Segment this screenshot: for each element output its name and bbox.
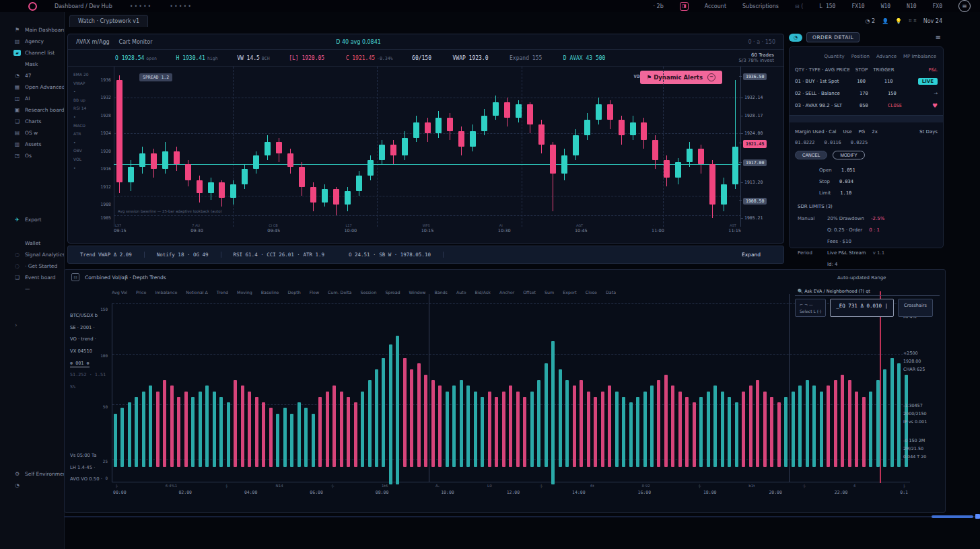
dynamic-alerts-button[interactable]: ⚑ Dynamic Alerts − [640, 71, 722, 84]
legend-item[interactable]: Export [563, 290, 577, 295]
order-tab[interactable]: Quantity [824, 54, 844, 59]
minor-tick: 6t [590, 484, 594, 488]
chart-symbol[interactable]: AVAX m/Agg [76, 39, 110, 45]
horizontal-scrollbar[interactable] [64, 516, 980, 517]
sidebar-item[interactable]: — [0, 283, 64, 295]
sidebar-item-icon: ❏ [13, 274, 21, 281]
stat-value: Expand 155 [510, 55, 542, 61]
hamburger-menu-icon[interactable]: ≡ [958, 0, 971, 12]
sidebar-item[interactable]: ◳ Os [0, 150, 64, 161]
sidebar-item[interactable]: ▣ Research board [0, 104, 64, 116]
legend-item[interactable]: Anchor [499, 290, 514, 295]
order-tab[interactable]: MP Imbalance [903, 54, 936, 59]
order-tab[interactable]: Advance [876, 54, 897, 59]
sidebar-item-label: Event board [25, 274, 56, 281]
legend-item[interactable]: Auto [456, 290, 466, 295]
collapse-icon[interactable]: − [707, 73, 715, 81]
legend-item[interactable]: Session [360, 290, 376, 295]
subscriptions-menu[interactable]: Subscriptions [742, 3, 779, 9]
time-tick-label: 02:00 [178, 490, 192, 495]
sidebar-item[interactable]: ❏ Event board [0, 272, 64, 283]
legend-item[interactable]: Trend [217, 290, 228, 295]
legend-item[interactable]: Sum [545, 290, 554, 295]
search-input[interactable]: 🔍 Ask EVA / Neighborhood (?) qt [795, 287, 940, 296]
sub-bar: Watch · Cryptowork v1 ◔ 2 👤 💡 ⌗ ⌗ Nov 24 [64, 12, 980, 30]
candlestick-plot[interactable]: SPREAD 1.2 VOL 858 ⚑ Dynamic Alerts − Av… [114, 67, 741, 227]
legend-item[interactable]: Imbalance [155, 290, 177, 295]
legend-item[interactable]: Offset [523, 290, 536, 295]
legend-item[interactable]: Moving [237, 290, 252, 295]
notifications-icon[interactable]: ◔ 2 [866, 18, 876, 24]
alerts-icon[interactable]: ◨ [680, 2, 689, 11]
legend-item[interactable]: Close [586, 290, 597, 295]
window-icon[interactable]: ⊟ ( [795, 3, 803, 9]
legend-item[interactable]: Cum. Delta [328, 290, 351, 295]
order-status-badge[interactable]: ♥ [932, 102, 938, 109]
legend-item[interactable]: Bands [434, 290, 447, 295]
volume-bar [191, 397, 195, 467]
sidebar-item[interactable]: Mask [0, 59, 64, 70]
profile-icon[interactable]: 👤 [882, 18, 888, 24]
sidebar-item[interactable]: ▤ Agency [0, 36, 64, 47]
legend-item[interactable]: Flow [310, 290, 319, 295]
order-status-badge[interactable]: LIVE [918, 78, 938, 85]
volume-bar [792, 392, 795, 468]
time-tick-label: 06:00 [310, 490, 323, 495]
eq-value-box[interactable]: _EQ 731 Δ 0.010 | [830, 299, 894, 317]
sidebar-item-label: Export [25, 217, 42, 223]
sidebar-item[interactable]: ▦ Open Advanced [0, 81, 64, 93]
sidebar-item[interactable]: ▰ Channel list [0, 47, 64, 59]
minor-tick: |ₗ [903, 484, 905, 488]
legend-item[interactable]: Spread [385, 290, 400, 295]
sidebar-item[interactable]: ◌ · Get Started [0, 260, 64, 272]
legend-item[interactable]: Notional Δ [186, 290, 208, 295]
sidebar-item[interactable]: ⚙ Self Environment [0, 468, 64, 480]
order-detail-title[interactable]: ORDER DETAIL [806, 32, 860, 42]
sidebar-item[interactable]: ▤ OS w [0, 127, 64, 139]
order-status-badge[interactable]: → [934, 91, 938, 96]
legend-item[interactable]: Baseline [261, 290, 279, 295]
volume-bar [460, 380, 463, 467]
account-menu[interactable]: Account [705, 3, 726, 9]
panel-menu-icon[interactable]: ≡ [936, 34, 941, 41]
scrollbar-thumb[interactable] [932, 515, 973, 518]
legend-item[interactable]: Price [136, 290, 146, 295]
price-tick: 1908.50 [743, 198, 767, 205]
volume-bar [481, 397, 484, 467]
ideas-icon[interactable]: 💡 [895, 18, 902, 24]
workspace-tab[interactable]: Watch · Cryptowork v1 [69, 15, 148, 27]
sidebar-item[interactable]: ▥ Assets [0, 139, 64, 150]
sidebar-item[interactable]: ✈ Export [0, 214, 64, 225]
legend-item[interactable]: Data [606, 290, 616, 295]
sidebar-item[interactable]: ◔ [0, 480, 64, 491]
sidebar-item[interactable]: ◌ Signal Analytics [0, 249, 64, 260]
sidebar-item[interactable]: ◫ AI [0, 93, 64, 104]
sidebar-item[interactable]: Wallet [0, 237, 64, 249]
grid-icon[interactable]: ⌗ ⌗ [909, 17, 917, 24]
legend-item[interactable]: Window [409, 290, 426, 295]
sidebar-collapse-chevron[interactable]: › [0, 322, 64, 328]
legend-item[interactable]: Depth [288, 290, 301, 295]
sidebar-item[interactable]: ❏ Charts [0, 116, 64, 127]
order-row[interactable]: 03 · AVAX 98.2 · SLT 050 CLOSE ♥ [795, 102, 938, 109]
minor-tick: ·|ₗ [331, 484, 335, 488]
modify-button[interactable]: MODIFY [833, 151, 864, 159]
sidebar-item[interactable]: ⚑ Main Dashboard [0, 24, 64, 36]
order-tab[interactable]: Position [851, 54, 870, 59]
legend-item[interactable]: Bid/Ask [475, 290, 491, 295]
brand-logo-icon[interactable] [28, 2, 37, 11]
volume-bar [629, 402, 633, 467]
sidebar-item-label: Charts [25, 118, 42, 124]
order-row[interactable]: 01 · BUY · 1st Spot 100 110 LIVE [795, 78, 938, 85]
select-tool[interactable]: ⌐ ¬ — Select L (·) [795, 299, 826, 317]
expand-link[interactable]: Expand [742, 252, 761, 258]
volume-plot[interactable] [112, 303, 910, 482]
sidebar-item-icon: ◌ [13, 252, 21, 258]
sidebar-item[interactable]: ◔ 47 [0, 70, 64, 81]
panel-icon[interactable]: ⊡ [71, 273, 79, 281]
legend-item[interactable]: Avg Vol [112, 290, 127, 295]
crosshairs-button[interactable]: Crosshairs [898, 299, 933, 317]
order-row[interactable]: 02 · SELL · Balance 170 150 → [795, 91, 938, 96]
breadcrumb[interactable]: Dashboard / Dev Hub [55, 3, 112, 9]
cancel-button[interactable]: CANCEL [795, 151, 827, 159]
